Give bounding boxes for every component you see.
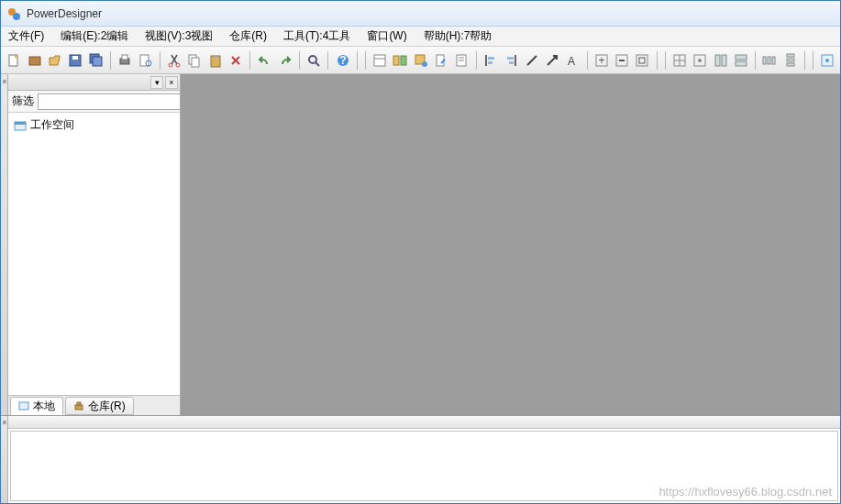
panel-menu-icon[interactable]: ▾ <box>150 76 163 89</box>
app-title: PowerDesigner <box>27 7 102 20</box>
tab-repo[interactable]: 仓库(R) <box>65 397 134 415</box>
filter-input[interactable] <box>38 93 181 110</box>
menu-edit[interactable]: 编辑(E):2编辑 <box>57 27 132 46</box>
distribute-v-icon[interactable] <box>780 50 799 71</box>
align-left-icon[interactable] <box>481 50 500 71</box>
separator <box>357 51 358 70</box>
svg-line-39 <box>548 57 556 65</box>
help-icon[interactable]: ? <box>333 50 351 71</box>
svg-point-51 <box>698 59 702 62</box>
svg-point-13 <box>176 63 180 67</box>
svg-rect-65 <box>15 122 26 125</box>
body: × ▾ × 筛选 <box>1 74 840 415</box>
separator <box>587 51 588 70</box>
open-icon[interactable] <box>46 50 64 71</box>
print-preview-icon[interactable] <box>136 50 154 71</box>
text-icon[interactable]: A <box>563 50 581 71</box>
repo-icon <box>73 400 84 411</box>
svg-rect-3 <box>29 57 40 65</box>
svg-rect-22 <box>374 55 385 66</box>
new-model-icon[interactable] <box>25 50 43 71</box>
svg-text:+: + <box>598 54 604 67</box>
save-all-icon[interactable] <box>87 50 105 71</box>
svg-rect-53 <box>722 55 726 66</box>
merge-icon[interactable] <box>411 50 429 71</box>
svg-rect-9 <box>122 55 127 60</box>
tree-node-workspace[interactable]: 工作空间 <box>14 116 174 134</box>
undo-icon[interactable] <box>255 50 273 71</box>
menu-tools[interactable]: 工具(T):4工具 <box>280 27 354 46</box>
svg-rect-54 <box>736 55 747 60</box>
menu-repo[interactable]: 仓库(R) <box>226 27 271 46</box>
diagram-icon[interactable] <box>818 50 836 71</box>
menu-file[interactable]: 文件(F) <box>5 27 48 46</box>
svg-text:A: A <box>568 55 575 68</box>
grid-icon[interactable] <box>670 50 689 71</box>
copy-icon[interactable] <box>185 50 204 71</box>
separator <box>476 51 477 70</box>
output-content <box>8 416 840 503</box>
browser-tree[interactable]: 工作空间 <box>8 113 180 395</box>
zoom-in-icon[interactable]: + <box>592 50 610 71</box>
separator <box>249 51 250 70</box>
zoom-out-icon[interactable] <box>613 50 631 71</box>
svg-rect-17 <box>214 55 217 58</box>
redo-icon[interactable] <box>276 50 294 71</box>
title-bar: PowerDesigner <box>1 1 840 27</box>
svg-rect-15 <box>192 58 199 67</box>
svg-point-12 <box>169 63 172 67</box>
tree-node-label: 工作空间 <box>30 117 74 133</box>
compare-icon[interactable] <box>391 50 409 71</box>
svg-rect-24 <box>393 56 399 65</box>
svg-rect-57 <box>768 57 770 64</box>
snap-icon[interactable] <box>691 50 709 71</box>
menu-window[interactable]: 窗口(W) <box>363 27 410 46</box>
svg-rect-36 <box>507 57 514 60</box>
tab-local[interactable]: 本地 <box>10 397 63 415</box>
filter-label: 筛选 <box>12 93 34 109</box>
arrange-icon[interactable] <box>732 50 750 71</box>
tab-repo-label: 仓库(R) <box>88 399 126 414</box>
dock-close-icon[interactable]: × <box>1 76 8 87</box>
menu-view[interactable]: 视图(V):3视图 <box>141 27 216 46</box>
separator <box>755 51 756 70</box>
panel-header: ▾ × <box>8 74 180 91</box>
export-icon[interactable] <box>432 50 450 71</box>
menu-help[interactable]: 帮助(H):7帮助 <box>420 27 496 46</box>
find-icon[interactable] <box>304 50 323 71</box>
delete-icon[interactable] <box>227 50 245 71</box>
separator <box>657 51 658 70</box>
separator <box>110 51 111 70</box>
line-icon[interactable] <box>522 50 540 71</box>
align-right-icon[interactable] <box>502 50 520 71</box>
dock-handle-left[interactable]: × <box>1 74 8 415</box>
separator <box>160 51 160 70</box>
svg-line-38 <box>527 56 537 65</box>
panel-close-icon[interactable]: × <box>165 76 178 89</box>
local-icon <box>18 400 29 411</box>
report-icon[interactable] <box>452 50 470 71</box>
toolbar: ? A + <box>1 47 840 74</box>
distribute-h-icon[interactable] <box>760 50 779 71</box>
properties-icon[interactable] <box>371 50 389 71</box>
workspace-icon <box>14 119 27 132</box>
filter-bar: 筛选 <box>8 91 180 113</box>
zoom-fit-icon[interactable] <box>633 50 651 71</box>
print-icon[interactable] <box>116 50 134 71</box>
svg-text:?: ? <box>339 54 346 67</box>
output-close-icon[interactable]: × <box>1 418 8 427</box>
diagram-canvas[interactable] <box>181 74 840 415</box>
cut-icon[interactable] <box>165 50 183 71</box>
svg-rect-55 <box>736 61 747 66</box>
output-grip[interactable] <box>8 416 840 429</box>
save-icon[interactable] <box>66 50 84 71</box>
paste-icon[interactable] <box>206 50 225 71</box>
svg-rect-56 <box>763 57 766 64</box>
arrow-icon[interactable] <box>543 50 561 71</box>
new-icon[interactable] <box>5 50 23 71</box>
layout-icon[interactable] <box>711 50 729 71</box>
dock-handle-bottom[interactable]: × <box>1 416 8 503</box>
svg-rect-59 <box>787 54 794 57</box>
svg-point-1 <box>13 13 20 20</box>
output-text-area[interactable] <box>10 431 838 501</box>
